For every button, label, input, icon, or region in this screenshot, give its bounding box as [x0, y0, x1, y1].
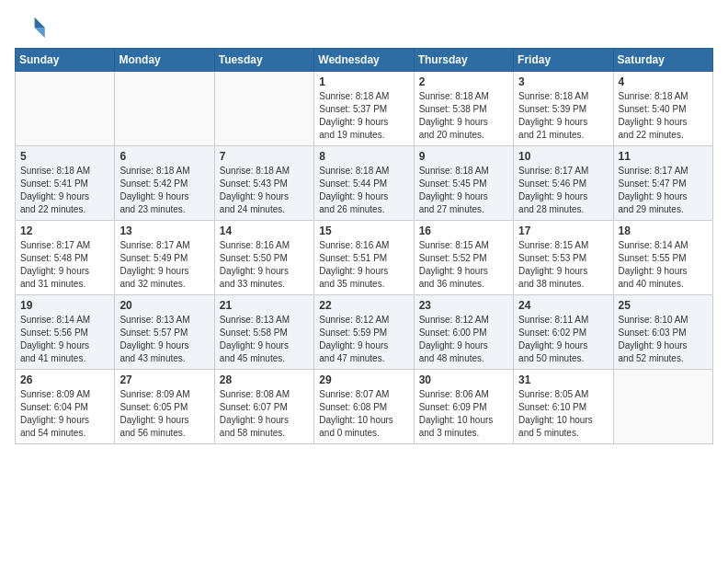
day-number: 6: [119, 150, 209, 163]
day-number: 25: [619, 299, 708, 312]
page: SundayMondayTuesdayWednesdayThursdayFrid…: [0, 0, 728, 563]
day-number: 10: [518, 150, 608, 163]
day-number: 14: [220, 224, 309, 237]
day-number: 30: [419, 373, 508, 386]
calendar-cell: 11Sunrise: 8:17 AM Sunset: 5:47 PM Dayli…: [613, 146, 712, 221]
calendar-cell: 8Sunrise: 8:18 AM Sunset: 5:44 PM Daylig…: [314, 146, 414, 221]
calendar-cell: 24Sunrise: 8:11 AM Sunset: 6:02 PM Dayli…: [514, 295, 613, 370]
day-number: 27: [119, 373, 209, 386]
day-info: Sunrise: 8:05 AM Sunset: 6:10 PM Dayligh…: [518, 388, 608, 440]
day-number: 5: [20, 150, 109, 163]
header: [0, 0, 728, 48]
calendar-cell: 17Sunrise: 8:15 AM Sunset: 5:53 PM Dayli…: [514, 221, 613, 295]
day-info: Sunrise: 8:09 AM Sunset: 6:05 PM Dayligh…: [119, 388, 209, 440]
day-info: Sunrise: 8:18 AM Sunset: 5:43 PM Dayligh…: [220, 165, 309, 216]
calendar-cell: 13Sunrise: 8:17 AM Sunset: 5:49 PM Dayli…: [115, 221, 214, 295]
day-info: Sunrise: 8:18 AM Sunset: 5:42 PM Dayligh…: [119, 165, 209, 216]
svg-marker-0: [35, 17, 45, 28]
day-info: Sunrise: 8:11 AM Sunset: 6:02 PM Dayligh…: [518, 314, 608, 365]
calendar-cell: 25Sunrise: 8:10 AM Sunset: 6:03 PM Dayli…: [613, 295, 712, 370]
calendar-cell: 7Sunrise: 8:18 AM Sunset: 5:43 PM Daylig…: [214, 146, 313, 221]
day-info: Sunrise: 8:12 AM Sunset: 5:59 PM Dayligh…: [319, 314, 408, 365]
calendar-body: 1Sunrise: 8:18 AM Sunset: 5:37 PM Daylig…: [16, 72, 713, 444]
day-info: Sunrise: 8:09 AM Sunset: 6:04 PM Dayligh…: [20, 388, 109, 440]
day-number: 20: [119, 299, 209, 312]
calendar-cell: 4Sunrise: 8:18 AM Sunset: 5:40 PM Daylig…: [613, 72, 712, 146]
day-info: Sunrise: 8:18 AM Sunset: 5:45 PM Dayligh…: [419, 165, 508, 216]
day-number: 13: [119, 224, 209, 237]
day-header-friday: Friday: [514, 49, 613, 72]
day-header-saturday: Saturday: [613, 49, 712, 72]
day-number: 18: [619, 224, 708, 237]
day-info: Sunrise: 8:08 AM Sunset: 6:07 PM Dayligh…: [220, 388, 309, 440]
day-number: 23: [419, 299, 508, 312]
day-number: 9: [419, 150, 508, 163]
calendar-cell: 6Sunrise: 8:18 AM Sunset: 5:42 PM Daylig…: [115, 146, 214, 221]
day-info: Sunrise: 8:15 AM Sunset: 5:53 PM Dayligh…: [518, 239, 608, 291]
day-info: Sunrise: 8:15 AM Sunset: 5:52 PM Dayligh…: [419, 239, 508, 291]
calendar-cell: 16Sunrise: 8:15 AM Sunset: 5:52 PM Dayli…: [414, 221, 513, 295]
day-info: Sunrise: 8:17 AM Sunset: 5:46 PM Dayligh…: [518, 165, 608, 216]
day-header-thursday: Thursday: [414, 49, 513, 72]
day-info: Sunrise: 8:07 AM Sunset: 6:08 PM Dayligh…: [319, 388, 408, 440]
day-info: Sunrise: 8:18 AM Sunset: 5:40 PM Dayligh…: [619, 90, 708, 142]
calendar-cell: 22Sunrise: 8:12 AM Sunset: 5:59 PM Dayli…: [314, 295, 414, 370]
day-info: Sunrise: 8:18 AM Sunset: 5:39 PM Dayligh…: [518, 90, 608, 142]
day-info: Sunrise: 8:13 AM Sunset: 5:58 PM Dayligh…: [220, 314, 309, 365]
day-info: Sunrise: 8:18 AM Sunset: 5:44 PM Dayligh…: [319, 165, 408, 216]
day-info: Sunrise: 8:14 AM Sunset: 5:56 PM Dayligh…: [20, 314, 109, 365]
logo: [18, 13, 51, 42]
day-number: 15: [319, 224, 408, 237]
week-row-1: 5Sunrise: 8:18 AM Sunset: 5:41 PM Daylig…: [16, 146, 713, 221]
day-number: 26: [20, 373, 109, 386]
week-row-3: 19Sunrise: 8:14 AM Sunset: 5:56 PM Dayli…: [16, 295, 713, 370]
day-number: 24: [518, 299, 608, 312]
calendar-cell: 23Sunrise: 8:12 AM Sunset: 6:00 PM Dayli…: [414, 295, 513, 370]
day-info: Sunrise: 8:12 AM Sunset: 6:00 PM Dayligh…: [419, 314, 508, 365]
day-number: 8: [319, 150, 408, 163]
day-number: 4: [619, 75, 708, 88]
day-number: 19: [20, 299, 109, 312]
day-info: Sunrise: 8:17 AM Sunset: 5:49 PM Dayligh…: [119, 239, 209, 291]
day-header-sunday: Sunday: [16, 49, 115, 72]
day-info: Sunrise: 8:06 AM Sunset: 6:09 PM Dayligh…: [419, 388, 508, 440]
calendar-cell: [613, 370, 712, 444]
calendar-cell: 2Sunrise: 8:18 AM Sunset: 5:38 PM Daylig…: [414, 72, 513, 146]
calendar-cell: [16, 72, 115, 146]
day-number: 31: [518, 373, 608, 386]
week-row-2: 12Sunrise: 8:17 AM Sunset: 5:48 PM Dayli…: [16, 221, 713, 295]
day-info: Sunrise: 8:13 AM Sunset: 5:57 PM Dayligh…: [119, 314, 209, 365]
calendar-cell: 30Sunrise: 8:06 AM Sunset: 6:09 PM Dayli…: [414, 370, 513, 444]
calendar: SundayMondayTuesdayWednesdayThursdayFrid…: [15, 48, 713, 444]
day-header-monday: Monday: [115, 49, 214, 72]
calendar-cell: 1Sunrise: 8:18 AM Sunset: 5:37 PM Daylig…: [314, 72, 414, 146]
day-header-wednesday: Wednesday: [314, 49, 414, 72]
calendar-cell: 21Sunrise: 8:13 AM Sunset: 5:58 PM Dayli…: [214, 295, 313, 370]
day-header-tuesday: Tuesday: [214, 49, 313, 72]
calendar-cell: 28Sunrise: 8:08 AM Sunset: 6:07 PM Dayli…: [214, 370, 313, 444]
day-info: Sunrise: 8:18 AM Sunset: 5:38 PM Dayligh…: [419, 90, 508, 142]
days-header-row: SundayMondayTuesdayWednesdayThursdayFrid…: [16, 49, 713, 72]
day-info: Sunrise: 8:18 AM Sunset: 5:41 PM Dayligh…: [20, 165, 109, 216]
day-info: Sunrise: 8:16 AM Sunset: 5:51 PM Dayligh…: [319, 239, 408, 291]
day-info: Sunrise: 8:14 AM Sunset: 5:55 PM Dayligh…: [619, 239, 708, 291]
calendar-cell: [115, 72, 214, 146]
day-info: Sunrise: 8:16 AM Sunset: 5:50 PM Dayligh…: [220, 239, 309, 291]
calendar-cell: 31Sunrise: 8:05 AM Sunset: 6:10 PM Dayli…: [514, 370, 613, 444]
day-number: 17: [518, 224, 608, 237]
day-number: 28: [220, 373, 309, 386]
day-number: 7: [220, 150, 309, 163]
day-number: 16: [419, 224, 508, 237]
calendar-cell: 19Sunrise: 8:14 AM Sunset: 5:56 PM Dayli…: [16, 295, 115, 370]
calendar-cell: 12Sunrise: 8:17 AM Sunset: 5:48 PM Dayli…: [16, 221, 115, 295]
day-number: 3: [518, 75, 608, 88]
calendar-cell: 18Sunrise: 8:14 AM Sunset: 5:55 PM Dayli…: [613, 221, 712, 295]
day-number: 2: [419, 75, 508, 88]
calendar-cell: 3Sunrise: 8:18 AM Sunset: 5:39 PM Daylig…: [514, 72, 613, 146]
calendar-cell: 27Sunrise: 8:09 AM Sunset: 6:05 PM Dayli…: [115, 370, 214, 444]
calendar-cell: 15Sunrise: 8:16 AM Sunset: 5:51 PM Dayli…: [314, 221, 414, 295]
day-info: Sunrise: 8:17 AM Sunset: 5:47 PM Dayligh…: [619, 165, 708, 216]
day-number: 22: [319, 299, 408, 312]
calendar-cell: [214, 72, 313, 146]
calendar-cell: 14Sunrise: 8:16 AM Sunset: 5:50 PM Dayli…: [214, 221, 313, 295]
